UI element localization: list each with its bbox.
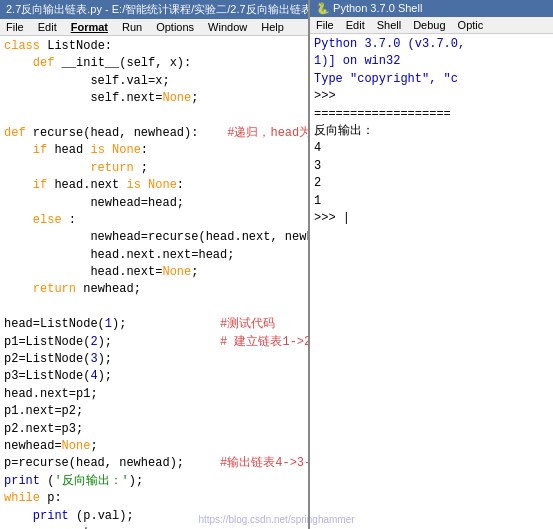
shell-menu-shell[interactable]: Shell <box>375 19 403 31</box>
editor-menubar: File Edit Format Run Options Window Help <box>0 19 308 36</box>
editor-content[interactable]: class ListNode: def __init__(self, x): s… <box>0 36 308 529</box>
shell-title: 🐍 Python 3.7.0 Shell <box>316 2 422 14</box>
menu-help[interactable]: Help <box>259 21 286 33</box>
shell-content[interactable]: Python 3.7.0 (v3.7.0, 1)] on win32 Type … <box>310 34 553 529</box>
shell-menubar: File Edit Shell Debug Optic <box>310 17 553 34</box>
menu-options[interactable]: Options <box>154 21 196 33</box>
shell-panel: 🐍 Python 3.7.0 Shell File Edit Shell Deb… <box>310 0 553 529</box>
shell-titlebar: 🐍 Python 3.7.0 Shell <box>310 0 553 17</box>
main-container: 2.7反向输出链表.py - E:/智能统计课程/实验二/2.7反向输出链表.p… <box>0 0 553 529</box>
menu-run[interactable]: Run <box>120 21 144 33</box>
shell-menu-edit[interactable]: Edit <box>344 19 367 31</box>
editor-panel: 2.7反向输出链表.py - E:/智能统计课程/实验二/2.7反向输出链表.p… <box>0 0 310 529</box>
menu-window[interactable]: Window <box>206 21 249 33</box>
shell-menu-debug[interactable]: Debug <box>411 19 447 31</box>
editor-titlebar: 2.7反向输出链表.py - E:/智能统计课程/实验二/2.7反向输出链表.p… <box>0 0 308 19</box>
shell-menu-file[interactable]: File <box>314 19 336 31</box>
editor-title: 2.7反向输出链表.py - E:/智能统计课程/实验二/2.7反向输出链表.p… <box>6 3 308 15</box>
menu-file[interactable]: File <box>4 21 26 33</box>
menu-format[interactable]: Format <box>69 21 110 33</box>
shell-menu-options[interactable]: Optic <box>456 19 486 31</box>
menu-edit[interactable]: Edit <box>36 21 59 33</box>
